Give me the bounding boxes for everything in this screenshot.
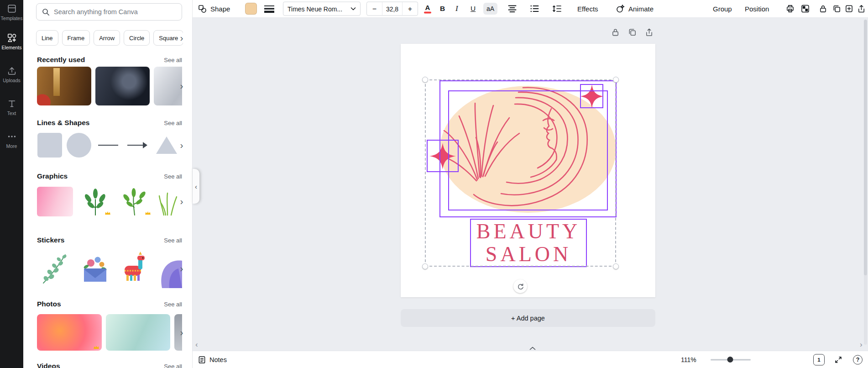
sidebar-item-elements[interactable]: Elements bbox=[0, 33, 23, 50]
vertical-scrollbar[interactable] bbox=[864, 20, 867, 345]
spacing-button[interactable] bbox=[553, 5, 561, 12]
resize-handle-top-left[interactable] bbox=[422, 77, 428, 83]
scroll-right-chevron-icon[interactable]: › bbox=[177, 81, 187, 91]
sidebar-item-templates[interactable]: Templates bbox=[0, 4, 23, 21]
chip-circle[interactable]: Circle bbox=[124, 30, 150, 46]
decrease-font-size-button[interactable]: − bbox=[367, 2, 382, 16]
animate-button[interactable]: Animate bbox=[616, 5, 654, 13]
move-page-icon[interactable] bbox=[645, 28, 654, 37]
copy-style-button[interactable] bbox=[845, 5, 853, 13]
more-dots-icon bbox=[7, 131, 17, 142]
resize-handle-top-right[interactable] bbox=[613, 77, 619, 83]
collapse-toolbar-chevron[interactable] bbox=[529, 344, 536, 351]
resize-handle-bottom-right[interactable] bbox=[613, 263, 619, 269]
shape-button[interactable]: Shape bbox=[198, 4, 230, 13]
text-color-button[interactable]: A bbox=[424, 4, 431, 14]
scroll-right-chevron-icon[interactable]: › bbox=[177, 196, 187, 206]
help-button[interactable]: ? bbox=[853, 355, 863, 364]
see-all-link[interactable]: See all bbox=[164, 363, 182, 368]
fullscreen-button[interactable] bbox=[834, 356, 842, 364]
chips-scroll-chevron-icon[interactable]: › bbox=[177, 33, 187, 43]
print-button[interactable] bbox=[786, 5, 795, 13]
chip-line[interactable]: Line bbox=[36, 30, 58, 46]
font-size-value[interactable]: 32,8 bbox=[382, 2, 403, 16]
see-all-link[interactable]: See all bbox=[164, 120, 182, 126]
add-page-button[interactable]: + Add page bbox=[401, 309, 655, 327]
pro-crown-icon bbox=[145, 209, 151, 214]
see-all-link[interactable]: See all bbox=[164, 237, 182, 244]
list-button[interactable] bbox=[530, 5, 539, 12]
scroll-left-arrow-icon[interactable]: ‹ bbox=[195, 340, 198, 349]
copy-style-icon bbox=[845, 5, 853, 13]
sidebar-item-text[interactable]: Text bbox=[0, 99, 23, 116]
rail-label: Uploads bbox=[3, 78, 21, 83]
chevron-left-icon: ‹ bbox=[195, 183, 197, 190]
graphic-leafy-branch[interactable] bbox=[117, 187, 153, 216]
see-all-link[interactable]: See all bbox=[164, 57, 182, 63]
recently-used-row bbox=[37, 67, 182, 105]
scroll-right-arrow-icon[interactable]: › bbox=[860, 340, 863, 349]
duplicate-page-icon[interactable] bbox=[628, 28, 637, 37]
group-button[interactable]: Group bbox=[713, 5, 732, 13]
shape-triangle[interactable] bbox=[154, 132, 179, 158]
alignment-button[interactable] bbox=[508, 5, 517, 12]
graphic-pink-gradient[interactable] bbox=[37, 187, 73, 216]
see-all-link[interactable]: See all bbox=[164, 173, 182, 180]
effects-button[interactable]: Effects bbox=[577, 5, 598, 13]
sticker-pinata[interactable] bbox=[117, 249, 153, 288]
bold-button[interactable]: B bbox=[440, 5, 445, 13]
recent-photo-incense[interactable] bbox=[37, 67, 91, 105]
position-button[interactable]: Position bbox=[745, 5, 769, 13]
shape-square[interactable] bbox=[37, 132, 63, 158]
sidebar-item-uploads[interactable]: Uploads bbox=[0, 66, 23, 83]
shape-line[interactable] bbox=[95, 132, 121, 158]
notes-button[interactable]: Notes bbox=[198, 356, 227, 364]
increase-font-size-button[interactable]: + bbox=[403, 2, 418, 16]
border-style-button[interactable] bbox=[264, 4, 275, 13]
zoom-slider-knob[interactable] bbox=[727, 357, 733, 363]
font-selector[interactable]: Times Neue Rom... bbox=[283, 2, 361, 16]
panel-collapse-tab[interactable]: ‹ bbox=[193, 169, 199, 204]
underline-button[interactable]: U bbox=[471, 5, 476, 13]
line-spacing-icon bbox=[553, 5, 561, 12]
scroll-right-chevron-icon[interactable]: › bbox=[177, 140, 187, 150]
sticker-envelope-flowers[interactable] bbox=[77, 249, 113, 288]
design-page[interactable]: BEAUTY SALON bbox=[401, 44, 655, 297]
selection-bounding-box[interactable] bbox=[425, 79, 616, 267]
see-all-link[interactable]: See all bbox=[164, 301, 182, 308]
text-icon bbox=[7, 99, 17, 109]
resize-handle-bottom-left[interactable] bbox=[422, 263, 428, 269]
duplicate-button[interactable] bbox=[832, 5, 841, 13]
sticker-eucalyptus[interactable] bbox=[37, 249, 73, 288]
scrollbar-thumb[interactable] bbox=[864, 20, 867, 275]
shape-circle[interactable] bbox=[66, 132, 92, 158]
photo-sunset-gradient[interactable] bbox=[37, 314, 102, 351]
chip-frame[interactable]: Frame bbox=[62, 30, 90, 46]
section-title: Recently used bbox=[37, 56, 85, 64]
search-icon bbox=[42, 8, 50, 16]
sidebar-item-more[interactable]: More bbox=[0, 131, 23, 149]
recent-photo-dark[interactable] bbox=[95, 67, 150, 105]
lock-button[interactable] bbox=[819, 5, 827, 13]
scroll-right-chevron-icon[interactable]: › bbox=[177, 327, 187, 337]
elements-icon bbox=[7, 33, 17, 43]
page-count-button[interactable]: 1 bbox=[813, 354, 825, 365]
chevron-up-icon bbox=[529, 347, 536, 350]
scroll-right-chevron-icon[interactable]: › bbox=[177, 263, 187, 273]
chip-arrow[interactable]: Arrow bbox=[94, 30, 120, 46]
fill-color-swatch[interactable] bbox=[245, 3, 257, 15]
transparency-button[interactable] bbox=[801, 5, 810, 13]
graphic-green-plant[interactable] bbox=[77, 187, 113, 216]
lock-page-icon[interactable] bbox=[611, 28, 620, 37]
graphics-row bbox=[37, 187, 182, 216]
shape-arrow[interactable] bbox=[125, 132, 150, 158]
letter-case-button[interactable]: aA bbox=[483, 3, 497, 15]
rotate-handle[interactable] bbox=[513, 279, 527, 293]
align-center-icon bbox=[508, 5, 517, 12]
zoom-slider[interactable] bbox=[711, 359, 751, 360]
uploads-icon bbox=[7, 66, 17, 76]
search-input[interactable] bbox=[54, 8, 176, 16]
share-button[interactable] bbox=[857, 5, 866, 13]
photo-mint-gradient[interactable] bbox=[106, 314, 170, 351]
italic-button[interactable]: I bbox=[455, 4, 458, 13]
